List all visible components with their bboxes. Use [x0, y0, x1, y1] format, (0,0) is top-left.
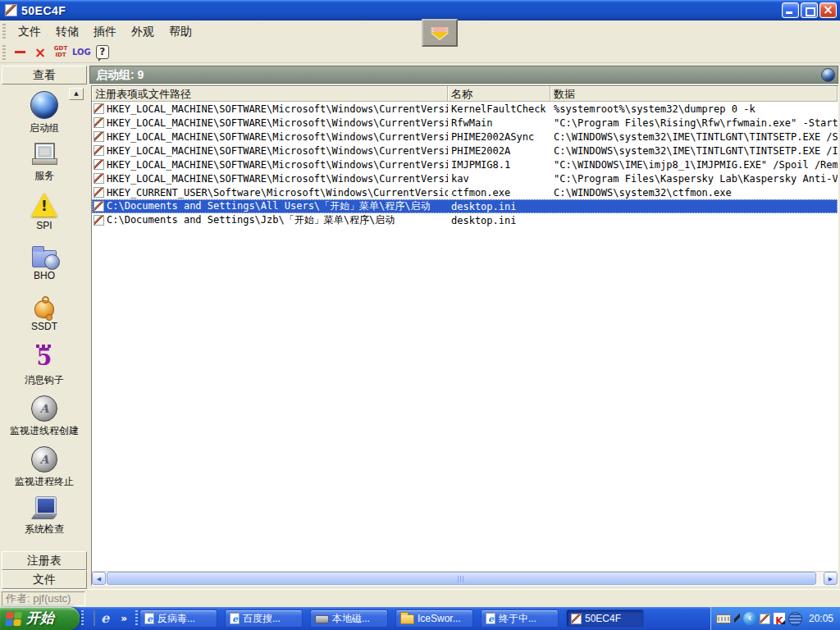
quicklaunch-grip-handle[interactable]: [81, 610, 84, 627]
collapse-chevron-icon[interactable]: ‹: [743, 612, 756, 625]
quicklaunch-overflow-icon[interactable]: »: [121, 612, 127, 625]
folder-icon: [400, 614, 414, 624]
cell-data: "C:\WINDOWS\IME\imjp8_1\IMJPMIG.EXE" /Sp…: [550, 159, 838, 171]
system-check-icon: [32, 497, 57, 520]
column-header-name[interactable]: 名称: [448, 86, 550, 102]
pencil-icon: [94, 187, 104, 198]
sidebar-item[interactable]: 启动组: [2, 91, 87, 142]
table-row[interactable]: HKEY_LOCAL_MACHINE\SOFTWARE\Microsoft\Wi…: [92, 102, 838, 116]
show-desktop-launcher[interactable]: [94, 611, 95, 626]
help-icon: ?: [96, 45, 109, 59]
sidebar-item-label: 服务: [34, 169, 54, 183]
menu-item-3[interactable]: 插件: [86, 22, 124, 40]
window-title: 50EC4F: [21, 4, 66, 17]
menu-item-4[interactable]: 外观: [124, 22, 162, 40]
list-header: 注册表项或文件路径 名称 数据: [92, 86, 838, 102]
task-button[interactable]: 50EC4F: [566, 609, 644, 628]
restore-button[interactable]: [801, 2, 818, 18]
menu-item-2[interactable]: 转储: [48, 22, 86, 40]
task-button[interactable]: 终于中...: [481, 609, 559, 628]
ime-pen-icon[interactable]: [734, 614, 740, 624]
sidebar-item[interactable]: SSDT: [2, 294, 87, 345]
cell-name: kav: [448, 173, 550, 185]
sidebar-item-label: SSDT: [31, 321, 57, 332]
gdt-idt-button[interactable]: GDTIDT: [52, 43, 70, 62]
sidebar-item-label: 监视进程终止: [15, 475, 74, 489]
minimize-button[interactable]: [782, 2, 799, 18]
kaspersky-icon[interactable]: [774, 613, 785, 624]
table-row[interactable]: HKEY_CURRENT_USER\Software\Microsoft\Win…: [92, 185, 838, 199]
table-row[interactable]: C:\Documents and Settings\All Users\「开始」…: [92, 199, 838, 213]
cell-path: C:\Documents and Settings\Jzb\「开始」菜单\程序\…: [107, 213, 448, 227]
keyboard-icon[interactable]: [716, 614, 731, 623]
sidebar-item[interactable]: 消息钩子: [2, 345, 87, 395]
toolbar-grip-handle[interactable]: [2, 45, 6, 60]
menu-item-5[interactable]: 帮助: [162, 22, 199, 40]
sidebar-item-label: 启动组: [30, 121, 59, 135]
sidebar-group-view[interactable]: 查看: [2, 66, 87, 84]
list-rows: HKEY_LOCAL_MACHINE\SOFTWARE\Microsoft\Wi…: [92, 102, 838, 227]
menu-grip-handle[interactable]: [2, 24, 6, 39]
detach-button[interactable]: [11, 43, 29, 62]
sidebar-item[interactable]: 系统检查: [2, 497, 87, 548]
sidebar-item[interactable]: 服务: [2, 142, 87, 193]
sidebar-item-label: 系统检查: [25, 523, 64, 536]
windows-logo-icon: [5, 612, 22, 626]
table-row[interactable]: HKEY_LOCAL_MACHINE\SOFTWARE\Microsoft\Wi…: [92, 116, 838, 130]
network-globe-icon[interactable]: [788, 612, 802, 626]
sidebar-item[interactable]: SPI: [2, 193, 87, 244]
ie-icon: e: [101, 610, 109, 626]
menu-item-1[interactable]: 文件: [11, 22, 48, 40]
scroll-right-arrow-icon[interactable]: ▶: [824, 572, 838, 585]
help-button[interactable]: ?: [94, 43, 112, 62]
group-header-label: 启动组: 9: [96, 68, 144, 81]
cell-data: C:\WINDOWS\system32\IME\TINTLGNT\TINTSET…: [550, 145, 838, 157]
pencil-icon: [94, 103, 104, 114]
log-button[interactable]: LOG: [72, 43, 91, 62]
task-button[interactable]: 本地磁...: [310, 609, 388, 628]
chevron-down-icon: [431, 32, 449, 39]
task-button[interactable]: 反病毒...: [139, 609, 217, 628]
ie-launcher[interactable]: e: [101, 611, 109, 626]
ie-doc-icon: [486, 613, 495, 624]
start-button[interactable]: 开始: [0, 607, 80, 630]
sidebar-group-1[interactable]: 注册表: [2, 551, 87, 570]
scrollbar-thumb[interactable]: [107, 572, 816, 585]
taskband-grip-handle[interactable]: [135, 610, 138, 627]
scroll-left-arrow-icon[interactable]: ◀: [92, 572, 106, 585]
tray-clock: 20:05: [809, 613, 833, 624]
pencil-icon: [94, 117, 104, 128]
terminate-button[interactable]: ×: [31, 43, 49, 62]
sidebar-item[interactable]: BHO: [2, 244, 87, 294]
globe-icon: [821, 68, 835, 82]
icesword-tray-icon[interactable]: [760, 614, 770, 624]
sidebar-item-label: SPI: [36, 220, 52, 231]
sidebar-group-2[interactable]: 文件: [2, 570, 87, 589]
cell-path: HKEY_LOCAL_MACHINE\SOFTWARE\Microsoft\Wi…: [107, 159, 448, 171]
sidebar-item[interactable]: 监视进线程创建: [2, 395, 87, 446]
cell-path: HKEY_LOCAL_MACHINE\SOFTWARE\Microsoft\Wi…: [107, 173, 448, 185]
table-row[interactable]: HKEY_LOCAL_MACHINE\SOFTWARE\Microsoft\Wi…: [92, 171, 838, 185]
table-row[interactable]: HKEY_LOCAL_MACHINE\SOFTWARE\Microsoft\Wi…: [92, 158, 838, 171]
column-header-path[interactable]: 注册表项或文件路径: [92, 86, 448, 102]
horizontal-scrollbar[interactable]: ◀ ▶: [92, 571, 838, 585]
table-row[interactable]: HKEY_LOCAL_MACHINE\SOFTWARE\Microsoft\Wi…: [92, 144, 838, 158]
task-button-label: 反病毒...: [158, 612, 195, 626]
gdt-idt-icon: GDTIDT: [54, 46, 67, 58]
task-button[interactable]: IceSwor...: [395, 609, 473, 628]
minus-icon: [15, 51, 25, 53]
table-row[interactable]: C:\Documents and Settings\Jzb\「开始」菜单\程序\…: [92, 213, 838, 227]
menu-bar: 文件转储插件外观帮助: [0, 21, 840, 42]
column-header-data[interactable]: 数据: [550, 86, 838, 102]
cell-data: %systemroot%\system32\dumprep 0 -k: [550, 103, 838, 115]
sidebar-item[interactable]: 监视进程终止: [2, 446, 87, 497]
sidebar: 查看 ▲ 启动组服务SPIBHOSSDT消息钩子监视进线程创建监视进程终止系统检…: [2, 66, 87, 589]
task-button[interactable]: 百度搜...: [225, 609, 303, 628]
close-button[interactable]: [819, 2, 837, 18]
computer-icon: [32, 142, 57, 167]
table-row[interactable]: HKEY_LOCAL_MACHINE\SOFTWARE\Microsoft\Wi…: [92, 130, 838, 144]
group-header: 启动组: 9: [89, 66, 838, 84]
sidebar-item-label: 监视进线程创建: [10, 424, 79, 438]
download-dropzone[interactable]: [422, 19, 458, 47]
pencil-icon: [94, 201, 104, 212]
